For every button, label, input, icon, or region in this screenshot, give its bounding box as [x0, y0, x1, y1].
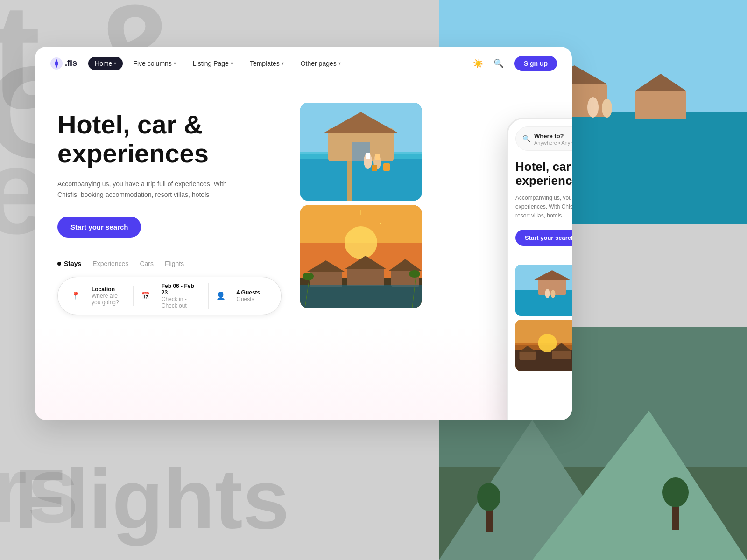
svg-rect-41 — [347, 268, 384, 286]
svg-point-54 — [545, 289, 550, 298]
mobile-image-1 — [515, 265, 572, 316]
mobile-hero-subtitle: Accompanying us, you have a trip full of… — [515, 194, 572, 221]
svg-rect-32 — [372, 165, 377, 171]
hero-subtitle: Accompanying us, you have a trip full of… — [57, 179, 235, 200]
svg-rect-30 — [375, 154, 380, 160]
chevron-icon: ▾ — [114, 61, 116, 66]
main-card: .fis Home ▾ Five columns ▾ Listing Page … — [35, 47, 572, 420]
svg-rect-60 — [520, 351, 536, 360]
chevron-icon: ▾ — [174, 61, 176, 66]
mobile-content: Hotel, car & experiences Accompanying us… — [508, 151, 572, 265]
signup-button[interactable]: Sign up — [514, 56, 557, 71]
hero-content: Hotel, car & experiences Accompanying us… — [57, 103, 282, 420]
svg-point-55 — [551, 290, 556, 298]
svg-point-17 — [662, 477, 689, 507]
date-field[interactable]: Feb 06 - Feb 23 Check in - Check out — [154, 283, 209, 309]
search-button[interactable]: 🔍 — [490, 55, 507, 72]
mobile-start-search-button[interactable]: Start your search — [515, 230, 572, 246]
hero-section: Hotel, car & experiences Accompanying us… — [35, 80, 572, 420]
logo-text: .fis — [65, 58, 77, 68]
search-icon: 🔍 — [493, 58, 504, 69]
navbar: .fis Home ▾ Five columns ▾ Listing Page … — [35, 47, 572, 80]
chevron-icon: ▾ — [231, 61, 233, 66]
svg-point-19 — [55, 62, 58, 65]
tab-cars[interactable]: Cars — [140, 260, 154, 267]
svg-point-9 — [602, 99, 612, 118]
svg-point-36 — [345, 226, 377, 259]
mobile-search-icon: 🔍 — [522, 135, 530, 142]
theme-toggle-button[interactable]: ☀️ — [470, 55, 486, 72]
svg-rect-62 — [552, 350, 571, 359]
svg-point-49 — [409, 270, 420, 278]
mobile-hero-title: Hotel, car & experiences — [515, 160, 572, 188]
search-bar: 📍 Location Where are you going? 📅 Feb 06… — [57, 277, 282, 315]
hero-image-sunset — [300, 205, 422, 308]
nav-item-home[interactable]: Home ▾ — [88, 57, 123, 70]
svg-point-47 — [303, 273, 314, 280]
nav-item-templates[interactable]: Templates ▾ — [243, 57, 290, 70]
logo-icon — [50, 57, 63, 70]
logo[interactable]: .fis — [50, 57, 77, 70]
mobile-search-text: Where to? Anywhere • Any week • Add gues… — [534, 132, 572, 146]
mobile-images — [515, 265, 572, 371]
mobile-image-2 — [515, 320, 572, 371]
svg-rect-6 — [635, 91, 686, 119]
chevron-icon: ▾ — [282, 61, 284, 66]
mobile-image-col-left — [515, 265, 572, 371]
location-icon: 📍 — [71, 291, 80, 300]
guests-field[interactable]: 4 Guests Guests — [229, 289, 268, 302]
start-search-button[interactable]: Start your search — [57, 217, 141, 238]
svg-rect-28 — [366, 153, 370, 159]
location-field[interactable]: Location Where are you going? — [84, 286, 134, 306]
svg-point-8 — [587, 97, 599, 118]
svg-rect-31 — [383, 163, 390, 171]
hero-title: Hotel, car & experiences — [57, 110, 282, 168]
tab-stays[interactable]: Stays — [57, 260, 81, 267]
chevron-icon: ▾ — [338, 61, 341, 66]
nav-item-five-columns[interactable]: Five columns ▾ — [127, 57, 182, 70]
mobile-search-bar[interactable]: 🔍 Where to? Anywhere • Any week • Add gu… — [515, 126, 572, 151]
hero-image-overwater — [300, 103, 422, 201]
nav-item-other-pages[interactable]: Other pages ▾ — [294, 57, 347, 70]
svg-rect-45 — [300, 285, 422, 308]
guests-icon: 👤 — [216, 291, 226, 300]
svg-point-15 — [477, 483, 500, 511]
calendar-icon: 📅 — [141, 291, 150, 300]
tab-flights[interactable]: Flights — [165, 260, 184, 267]
tab-experiences[interactable]: Experiences — [92, 260, 128, 267]
mobile-mockup: 🔍 Where to? Anywhere • Any week • Add gu… — [507, 118, 572, 420]
active-dot — [57, 262, 61, 266]
nav-item-listing-page[interactable]: Listing Page ▾ — [186, 57, 240, 70]
sun-icon: ☀️ — [473, 58, 483, 69]
search-tabs: Stays Experiences Cars Flights — [57, 260, 282, 267]
svg-rect-39 — [310, 271, 342, 287]
